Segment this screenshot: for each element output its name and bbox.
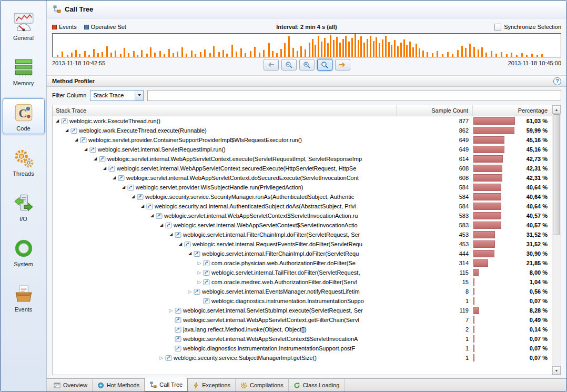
tree-row[interactable]: weblogic.servlet.internal.WebAppServletC… [53,315,552,325]
sidebar-item-events[interactable]: Events [3,279,45,315]
stack-frame-icon [156,213,163,219]
tree-row[interactable]: ◢weblogic.servlet.provider.WlsSubjectHan… [53,183,552,192]
tab-hot-methods[interactable]: Hot Methods [93,379,145,391]
expand-expanded-icon[interactable]: ◢ [139,202,146,211]
expand-expanded-icon[interactable]: ◢ [111,173,117,183]
tree-row[interactable]: ▷com.oracle.medrec.web.AuthorizationFilt… [53,277,552,287]
expand-collapsed-icon[interactable]: ▷ [168,306,174,315]
event-bar [427,52,428,57]
tree-row[interactable]: ◢weblogic.servlet.internal.WebAppServlet… [53,211,552,220]
synchronize-selection-checkbox[interactable] [494,24,501,31]
expand-expanded-icon[interactable]: ◢ [64,126,70,135]
expand-expanded-icon[interactable]: ◢ [158,220,165,230]
tree-row[interactable]: weblogic.diagnostics.instrumentation.Ins… [53,296,552,306]
zoom-out-button[interactable] [281,59,297,71]
tab-class-loading[interactable]: Class Loading [289,379,345,391]
sidebar-item-threads[interactable]: Threads [3,144,45,179]
expand-expanded-icon[interactable]: ◢ [130,192,136,202]
filter-column-combo[interactable]: Stack Trace [90,90,144,101]
column-header-percentage[interactable]: Percentage [473,105,552,116]
sample-count-cell: 608 [397,175,473,181]
tree-row[interactable]: ◢weblogic.servlet.internal.WebAppServlet… [53,154,552,164]
tree-row[interactable]: ◢weblogic.security.service.SecurityManag… [53,192,552,202]
stack-frame-icon [127,184,134,191]
tree-row[interactable]: weblogic.diagnostics.instrumentation.Ins… [53,344,552,353]
scroll-thumb[interactable] [553,114,560,235]
sidebar-item-system[interactable]: System [3,234,45,270]
event-bar [124,48,125,57]
tree-row[interactable]: weblogic.servlet.internal.WebAppServletC… [53,334,552,344]
tree-row[interactable]: ◢weblogic.servlet.internal.FilterChainIm… [53,249,552,258]
expand-collapsed-icon[interactable]: ▷ [187,287,193,296]
sidebar-item-general[interactable]: General [3,8,45,44]
column-header-stack-trace[interactable]: Stack Trace [53,105,397,116]
event-bar [200,52,201,57]
pan-right-button[interactable] [335,59,350,71]
call-tree-table: Stack Trace Sample Count Percentage ◢web… [52,105,561,375]
pan-left-button[interactable] [264,59,279,71]
column-header-sample-count[interactable]: Sample Count [397,105,473,116]
zoom-select-button[interactable] [317,59,332,71]
sample-count-cell: 877 [397,118,473,124]
stack-frame-icon [165,355,172,361]
sidebar-item-label: Events [15,306,33,313]
tree-row[interactable]: ◢weblogic.servlet.provider.ContainerSupp… [53,135,552,145]
event-bar [177,52,178,57]
scroll-track[interactable] [552,114,561,366]
sidebar-item-memory[interactable]: Memory [3,53,45,89]
tree-row[interactable]: ▷weblogic.security.service.SubjectManage… [53,353,552,363]
expand-collapsed-icon[interactable]: ▷ [158,353,165,363]
expand-expanded-icon[interactable]: ◢ [73,135,79,145]
expand-expanded-icon[interactable]: ◢ [187,249,193,258]
expand-expanded-icon[interactable]: ◢ [120,183,127,192]
sidebar-item-io[interactable]: I/O [3,189,45,225]
tab-compilations[interactable]: Compilations [236,379,289,391]
expand-expanded-icon[interactable]: ◢ [168,230,174,239]
tab-overview[interactable]: Overview [49,379,93,391]
jmc-window: GeneralMemoryCCodeThreadsI/OSystemEvents… [0,0,567,392]
stack-trace-cell: ◢weblogic.servlet.internal.WebAppServlet… [53,154,397,164]
percentage-bar [473,250,494,257]
tree-row[interactable]: ◢weblogic.servlet.internal.WebAppServlet… [53,220,552,230]
tree-row[interactable]: ◢weblogic.security.acl.internal.Authenti… [53,202,552,211]
tree-row[interactable]: java.lang.reflect.Method.invoke(Object, … [53,325,552,334]
expand-expanded-icon[interactable]: ◢ [83,145,89,154]
method-name: weblogic.servlet.provider.ContainerSuppo… [88,137,302,143]
tab-label: Call Tree [159,381,183,388]
stack-frame-icon [194,288,200,295]
percentage-bar [473,193,501,200]
tree-row[interactable]: ◢weblogic.servlet.internal.FilterChainIm… [53,230,552,239]
tree-row[interactable]: ◢weblogic.servlet.internal.WebAppServlet… [53,164,552,173]
expand-expanded-icon[interactable]: ◢ [54,116,60,126]
tree-row[interactable]: ◢weblogic.servlet.internal.WebAppServlet… [53,173,552,183]
tree-row[interactable]: ▷com.oracle.physician.web.AuthorizationF… [53,258,552,268]
expand-collapsed-icon[interactable]: ▷ [196,277,202,287]
expand-expanded-icon[interactable]: ◢ [177,239,184,249]
vertical-scrollbar[interactable]: ▲ ▼ [552,105,561,375]
help-icon[interactable]: ? [553,77,561,85]
synchronize-selection[interactable]: Synchronize Selection [494,24,561,31]
tree-row[interactable]: ▷weblogic.servlet.internal.TailFilter.do… [53,268,552,277]
expand-expanded-icon[interactable]: ◢ [92,154,98,164]
filter-input[interactable] [147,90,561,101]
tree-row[interactable]: ▷weblogic.servlet.internal.ServletStubIm… [53,306,552,315]
expand-expanded-icon[interactable]: ◢ [102,164,108,173]
sidebar-item-code[interactable]: CCode [3,98,45,134]
tab-call-tree[interactable]: Call Tree [145,378,188,391]
tree-row[interactable]: ◢weblogic.work.ExecuteThread.execute(Run… [53,126,552,135]
expand-collapsed-icon[interactable]: ▷ [196,268,202,277]
scroll-up-button[interactable]: ▲ [552,105,561,114]
zoom-in-button[interactable] [299,59,315,71]
scroll-down-button[interactable]: ▼ [552,366,561,375]
events-histogram[interactable] [52,33,561,57]
tab-exceptions[interactable]: Exceptions [188,379,236,391]
combo-dropdown-button[interactable] [135,91,143,100]
tree-row[interactable]: ◢weblogic.servlet.internal.RequestEvents… [53,239,552,249]
tree-row[interactable]: ▷weblogic.servlet.internal.EventsManager… [53,287,552,296]
percentage-cell: 0,14 % [473,325,552,334]
expand-expanded-icon[interactable]: ◢ [149,211,155,220]
tree-row[interactable]: ◢weblogic.work.ExecuteThread.run()87761,… [53,116,552,126]
tree-row[interactable]: ◢weblogic.servlet.internal.ServletReques… [53,145,552,154]
percentage-bar [473,259,488,267]
expand-collapsed-icon[interactable]: ▷ [196,258,202,268]
